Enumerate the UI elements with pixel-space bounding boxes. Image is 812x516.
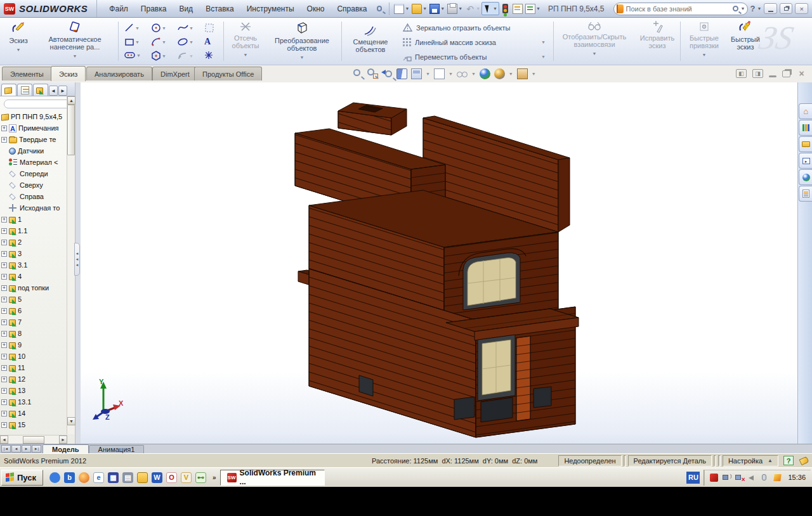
tree-item[interactable]: +Твердые те [0, 134, 66, 145]
scroll-thumb-h[interactable] [23, 436, 44, 444]
tray-solidworks-icon[interactable] [709, 473, 719, 482]
polygon-tool[interactable]: ▼ [151, 51, 166, 61]
tree-item[interactable]: +под топки [0, 282, 66, 293]
open-button[interactable]: ▼ [410, 3, 428, 15]
graphics-viewport[interactable]: Y X Z [81, 82, 797, 444]
tree-item[interactable]: +3 [0, 248, 66, 259]
app-window-icon[interactable]: ▦ [108, 472, 119, 483]
section-view-button[interactable] [396, 68, 407, 79]
appearances-tab[interactable] [799, 169, 812, 185]
status-help-button[interactable]: ? [783, 456, 794, 465]
language-indicator[interactable]: RU [686, 472, 700, 484]
tree-item[interactable]: +14 [0, 408, 66, 419]
tree-item[interactable]: Датчики [0, 145, 66, 157]
scroll-right-button[interactable]: ► [59, 435, 67, 444]
tab-dimxpert[interactable]: DimXpert [152, 67, 198, 81]
tree-item[interactable]: +3.1 [0, 259, 66, 271]
e-plug-icon[interactable]: ⊷ [195, 472, 206, 483]
last-tab-button[interactable]: ►| [32, 445, 41, 453]
tree-item[interactable]: +13.1 [0, 396, 66, 408]
property-manager-tab[interactable] [17, 84, 32, 96]
rebuild-button[interactable] [499, 3, 511, 15]
view-settings-button[interactable] [517, 68, 528, 79]
tray-volume-icon[interactable] [747, 473, 757, 482]
edit-appearance-button[interactable] [480, 68, 490, 79]
model-tab[interactable]: Модель [43, 444, 89, 453]
configuration-manager-tab[interactable] [33, 84, 48, 96]
tab-sketch[interactable]: Эскиз [51, 66, 86, 81]
menu-window[interactable]: Окно [301, 2, 331, 16]
pane-left-button[interactable]: ◧ [736, 69, 747, 78]
doc-minimize-button[interactable] [769, 75, 776, 77]
quick-snaps-button[interactable]: Быстрые привязки▼ [684, 20, 724, 59]
arc-tool[interactable]: ▼ [151, 37, 166, 47]
featuremanager-tree-tab[interactable] [1, 84, 16, 96]
knowledge-search-box[interactable]: ▼ [613, 3, 749, 15]
expand-icon[interactable]: + [1, 262, 7, 268]
view-orientation-button[interactable] [411, 68, 422, 79]
print-button[interactable]: ▼ [446, 3, 464, 15]
mirror-entities-button[interactable]: Зеркально отразить объекты [402, 23, 510, 32]
tray-update-icon[interactable] [773, 473, 782, 482]
expand-icon[interactable]: + [1, 274, 7, 280]
prev-tab-button[interactable]: ◄ [11, 445, 21, 453]
search-magnifier-icon[interactable] [733, 6, 738, 11]
fillet-tool[interactable]: ▼ [178, 51, 193, 61]
firefox-icon[interactable] [79, 472, 89, 483]
tree-item[interactable]: +8 [0, 328, 66, 339]
zoom-fit-button[interactable] [353, 68, 363, 79]
internet-explorer-icon[interactable]: e [93, 472, 104, 483]
tree-item[interactable]: +9 [0, 339, 66, 351]
fm-tab-scroll-right[interactable]: ► [58, 86, 67, 96]
folder-quicklaunch-icon[interactable] [137, 472, 148, 483]
tree-item[interactable]: Спереди [0, 168, 66, 179]
ellipse-tool[interactable]: ▼ [178, 37, 193, 47]
tree-item[interactable]: +1 [0, 214, 66, 225]
tab-office-products[interactable]: Продукты Office [194, 67, 262, 81]
active-task-button[interactable]: SW SolidWorks Premium ... [220, 470, 325, 486]
close-button[interactable]: × [795, 3, 808, 14]
move-entities-button[interactable]: Переместить объекты ▼ [402, 52, 546, 61]
tree-item[interactable]: +13 [0, 385, 66, 396]
display-hide-relations-button[interactable]: Отобразить/Скрыть взаимосвязи▼ [557, 20, 632, 58]
expand-icon[interactable]: + [1, 228, 7, 234]
v-app-icon[interactable]: V [181, 472, 192, 483]
first-tab-button[interactable]: |◄ [1, 445, 11, 453]
expand-icon[interactable]: + [1, 308, 7, 314]
previous-view-button[interactable] [382, 68, 393, 79]
expand-icon[interactable]: + [1, 331, 7, 337]
panel-splitter[interactable]: ◄◄◄ [75, 82, 81, 444]
sketch-text-tool[interactable]: A [204, 37, 211, 47]
expand-icon[interactable]: + [1, 240, 7, 245]
tree-root[interactable]: РП ПНП 9,5x4,5 [0, 111, 66, 122]
menu-search-icon[interactable] [377, 6, 383, 11]
tree-item[interactable]: +12 [0, 373, 66, 385]
zoom-area-button[interactable] [367, 68, 378, 79]
options-button[interactable]: ▼ [524, 3, 542, 15]
expand-icon[interactable]: + [1, 251, 7, 257]
word-icon[interactable]: W [152, 472, 162, 483]
slot-tool[interactable]: ▼ [124, 51, 141, 60]
circle-tool[interactable]: ▼ [151, 23, 166, 33]
tree-item[interactable]: Материал < [0, 157, 66, 168]
next-tab-button[interactable]: ► [22, 445, 31, 453]
selection-box-tool[interactable] [204, 23, 215, 33]
tree-item[interactable]: +5 [0, 293, 66, 305]
tree-item[interactable]: +7 [0, 316, 66, 328]
tag-icon[interactable] [799, 456, 809, 465]
menu-file[interactable]: Файл [103, 2, 134, 16]
file-properties-button[interactable] [511, 3, 524, 15]
tree-horizontal-scrollbar[interactable]: ◄ ► [0, 435, 67, 444]
tree-item[interactable]: +6 [0, 305, 66, 316]
new-document-button[interactable]: ▼ [393, 3, 410, 15]
quick-launch-overflow[interactable]: » [213, 474, 216, 481]
expand-icon[interactable]: + [1, 354, 7, 359]
view-orientation-dropdown[interactable]: ▼ [426, 72, 430, 76]
view-settings-dropdown[interactable]: ▼ [532, 72, 536, 76]
tab-evaluate[interactable]: Анализировать [86, 67, 152, 81]
design-library-tab[interactable] [799, 120, 812, 136]
search-dropdown-arrow[interactable]: ▼ [741, 6, 745, 11]
hide-show-dropdown[interactable]: ▼ [471, 72, 476, 76]
auto-dimension-button[interactable]: Автоматическое нанесение ра...▼ [34, 20, 115, 60]
convert-entities-button[interactable]: Преобразование объектов▼ [266, 20, 337, 61]
